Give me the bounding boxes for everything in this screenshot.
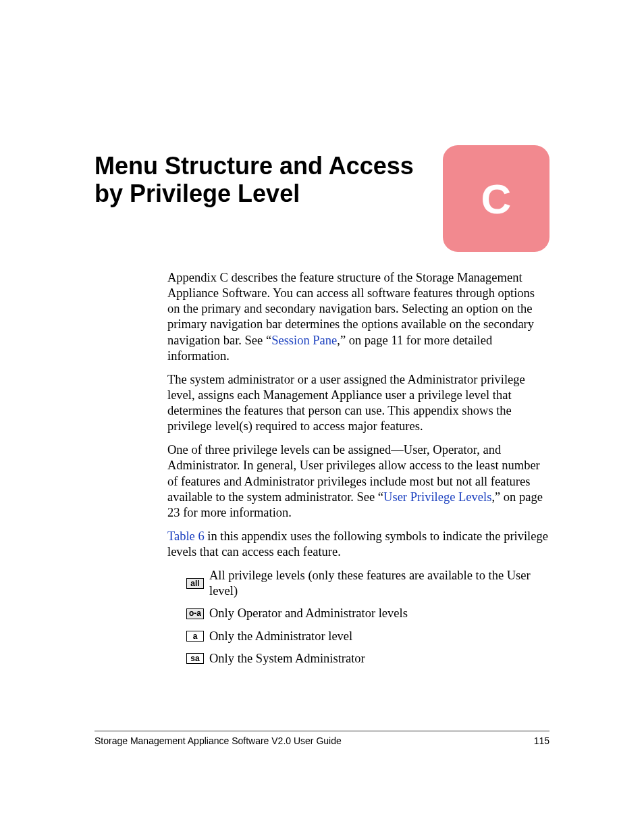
paragraph-2: The system administrator or a user assig… xyxy=(167,372,548,435)
legend-item-sysadmin: sa Only the System Administrator xyxy=(186,651,548,667)
text: in this appendix uses the following symb… xyxy=(167,529,548,558)
legend-item-admin: a Only the Administrator level xyxy=(186,629,548,644)
appendix-badge: C xyxy=(443,145,549,252)
page-title: Menu Structure and Access by Privilege L… xyxy=(95,152,432,208)
privilege-all-icon: all xyxy=(186,578,204,589)
privilege-admin-icon: a xyxy=(186,631,204,642)
paragraph-3: One of three privilege levels can be ass… xyxy=(167,442,548,521)
link-session-pane[interactable]: Session Pane xyxy=(271,334,337,347)
paragraph-1: Appendix C describes the feature structu… xyxy=(167,270,548,364)
appendix-letter: C xyxy=(481,175,512,223)
footer-row: Storage Management Appliance Software V2… xyxy=(95,735,549,746)
legend-item-all: all All privilege levels (only these fea… xyxy=(186,568,548,599)
link-table-6[interactable]: Table 6 xyxy=(167,529,205,543)
paragraph-4: Table 6 in this appendix uses the follow… xyxy=(167,529,548,560)
legend-label: Only Operator and Administrator levels xyxy=(209,606,408,621)
footer-rule xyxy=(95,731,549,731)
footer-title: Storage Management Appliance Software V2… xyxy=(95,735,342,746)
legend-label: All privilege levels (only these feature… xyxy=(209,568,548,599)
privilege-sysadmin-icon: sa xyxy=(186,653,204,664)
body-column: Appendix C describes the feature structu… xyxy=(167,270,548,673)
link-user-privilege-levels[interactable]: User Privilege Levels xyxy=(383,490,491,504)
document-page: Menu Structure and Access by Privilege L… xyxy=(0,0,644,834)
header-row: Menu Structure and Access by Privilege L… xyxy=(95,152,549,252)
privilege-operator-admin-icon: o-a xyxy=(186,608,204,619)
page-footer: Storage Management Appliance Software V2… xyxy=(95,731,549,746)
legend-label: Only the Administrator level xyxy=(209,629,352,644)
legend-item-operator-admin: o-a Only Operator and Administrator leve… xyxy=(186,606,548,621)
legend-list: all All privilege levels (only these fea… xyxy=(167,568,548,667)
page-number: 115 xyxy=(534,735,549,746)
legend-label: Only the System Administrator xyxy=(209,651,365,667)
